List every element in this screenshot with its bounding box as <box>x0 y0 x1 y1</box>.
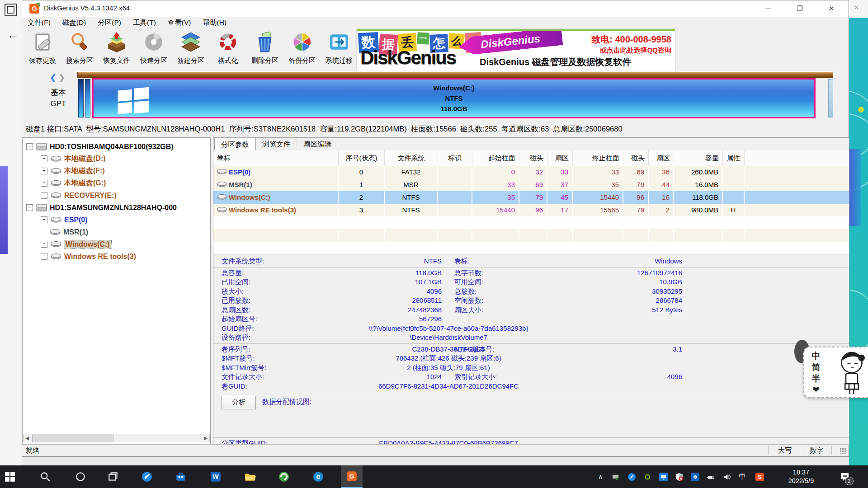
column-header[interactable]: 序号(状态) <box>339 150 385 166</box>
delete-partition-icon <box>246 30 283 54</box>
ad-banner[interactable]: 数据丢一怎么！ DiskGenius DiskGenius 致电: 400-00… <box>357 29 675 71</box>
scroll-right-icon[interactable]: ▶ <box>202 434 210 442</box>
taskbar-app-task-view[interactable] <box>102 465 124 488</box>
collapse-icon[interactable]: − <box>26 204 33 211</box>
column-header[interactable]: 容量 <box>674 150 723 166</box>
collapse-icon[interactable]: − <box>26 143 33 150</box>
sidebar-item--f-[interactable]: +本地磁盘(F:) <box>23 165 210 177</box>
action-center-button[interactable]: 2 <box>835 465 855 488</box>
column-header[interactable]: 起始柱面 <box>472 150 519 166</box>
close-button[interactable]: ✕ <box>819 0 844 17</box>
taskbar-app-explorer[interactable] <box>239 465 261 488</box>
partition-row[interactable]: ESP(0)0FAT3203233336936260.0MB <box>213 166 849 178</box>
tab-浏览文件[interactable]: 浏览文件 <box>256 138 297 150</box>
partition-row[interactable]: Windows(C:)2NTFS357945154409616118.0GB <box>213 191 849 204</box>
sidebar-item-hd1-samsungmznln128hahq-000[interactable]: −HD1:SAMSUNGMZNLN128HAHQ-000 <box>23 202 210 214</box>
tray-sogou-icon[interactable]: S <box>752 465 767 488</box>
column-header[interactable]: 文件系统 <box>385 150 438 166</box>
column-header[interactable]: 卷标 <box>213 150 339 166</box>
tab-扇区编辑[interactable]: 扇区编辑 <box>297 138 338 150</box>
maximize-button[interactable]: ❐ <box>787 0 812 17</box>
sidebar-item--d-[interactable]: +本地磁盘(D:) <box>23 153 210 165</box>
windows-partition-bar[interactable]: Windows(C:) NTFS 118.0GB <box>92 78 816 118</box>
sidebar-item-windows-re-tools-3-[interactable]: +Windows RE tools(3) <box>23 250 210 263</box>
expand-icon[interactable]: + <box>41 241 47 248</box>
taskbar-app-thunder[interactable] <box>136 465 158 488</box>
taskbar-clock[interactable]: 18:37 2022/5/9 <box>777 465 826 488</box>
tray-power-plug-icon[interactable] <box>703 465 718 488</box>
tray-security-shield-icon[interactable] <box>672 465 686 488</box>
toolbar-button-new-partition[interactable]: 新建分区 <box>172 30 209 65</box>
detail-value: 1024 <box>317 372 442 382</box>
toolbar-button-backup-partition[interactable]: 备份分区 <box>283 30 321 65</box>
column-header[interactable]: 属性 <box>723 150 745 166</box>
expand-icon[interactable]: + <box>41 155 47 162</box>
column-header[interactable]: 扇区 <box>649 150 674 166</box>
menu-item[interactable]: 查看(V) <box>168 17 191 28</box>
ad-qq-link[interactable]: 或点击此处选择QQ咨询 <box>600 46 671 55</box>
tab-分区参数[interactable]: 分区参数 <box>214 138 256 150</box>
tray-ime-zh-icon[interactable]: 中 <box>735 465 750 488</box>
menu-item[interactable]: 帮助(H) <box>203 17 226 28</box>
taskbar-app-diskgenius[interactable]: G <box>341 465 363 488</box>
toolbar-button-search-partition[interactable]: 搜索分区 <box>61 30 98 65</box>
taskbar-app-start[interactable] <box>0 465 21 488</box>
taskbar-app-store[interactable] <box>170 465 192 488</box>
msr-partition-bar[interactable] <box>85 79 90 117</box>
expand-icon[interactable]: + <box>41 180 47 187</box>
sidebar-item-hd0-toshibamq04abf100-932gb-[interactable]: −HD0:TOSHIBAMQ04ABF100(932GB) <box>23 141 210 153</box>
partition-row[interactable]: Windows RE tools(3)3NTFS1544096171556579… <box>213 204 849 216</box>
taskbar-app-edge[interactable]: e <box>307 465 329 488</box>
expand-icon[interactable]: + <box>41 253 47 260</box>
resize-grip[interactable] <box>840 448 846 454</box>
minimize-button[interactable]: ─ <box>755 0 781 17</box>
tree-horizontal-scrollbar[interactable]: ◀ ▶ <box>23 434 210 442</box>
expand-icon[interactable]: + <box>41 216 47 223</box>
back-arrow-icon[interactable]: ← <box>7 28 19 42</box>
ad-block-char: 一 <box>417 32 429 44</box>
taskbar-app-word[interactable]: W <box>205 465 226 488</box>
taskbar-app-search[interactable] <box>34 465 56 488</box>
toolbar-button-quick-partition[interactable]: 快速分区 <box>135 30 172 65</box>
sidebar-item-msr-1-[interactable]: MSR(1) <box>23 226 210 238</box>
toolbar-button-system-migrate[interactable]: 系统迁移 <box>321 30 358 65</box>
analyze-button[interactable]: 分析 <box>222 396 256 409</box>
tray-tray-expand-icon[interactable]: ∧ <box>593 465 608 488</box>
menu-item[interactable]: 文件(F) <box>28 17 51 28</box>
scroll-left-icon[interactable]: ◀ <box>23 434 31 442</box>
toolbar-button-recover-files[interactable]: 恢复文件 <box>98 30 135 65</box>
toolbar-button-format[interactable]: 格式化 <box>209 30 246 65</box>
next-disk-icon[interactable]: ❯ <box>58 73 67 82</box>
tray-snowflake-icon[interactable]: ❄ <box>688 465 702 488</box>
sidebar-item-windows-c-[interactable]: +Windows(C:) <box>23 238 210 250</box>
tray-volume-icon[interactable] <box>719 465 734 488</box>
tray-quill-icon[interactable] <box>624 465 639 488</box>
detail-label: 设备路径: <box>222 333 250 343</box>
column-header[interactable]: 扇区 <box>547 150 573 166</box>
toolbar-button-save-changes[interactable]: 保存更改 <box>24 30 61 65</box>
esp-partition-bar[interactable] <box>78 79 84 117</box>
menu-item[interactable]: 工具(T) <box>133 17 156 28</box>
expand-icon[interactable]: + <box>41 168 47 174</box>
column-header[interactable]: 磁头 <box>623 150 649 166</box>
menu-item[interactable]: 分区(P) <box>98 17 121 28</box>
tray-nvidia-icon[interactable] <box>640 465 655 488</box>
column-header[interactable]: 终止柱面 <box>573 150 623 166</box>
sidebar-item--g-[interactable]: +本地磁盘(G:) <box>23 177 210 189</box>
sidebar-item-recovery-e-[interactable]: +RECOVERY(E:) <box>23 189 210 202</box>
menu-item[interactable]: 磁盘(D) <box>62 17 86 28</box>
cell <box>674 229 723 242</box>
tray-intel-graphics-icon[interactable] <box>656 465 670 488</box>
tray-driver-ok-icon[interactable] <box>609 465 623 488</box>
sticker-widget[interactable]: 中简半❤ <box>803 347 868 398</box>
taskbar-app-browser-360[interactable] <box>273 465 295 488</box>
scrollbar-thumb[interactable] <box>32 434 113 442</box>
partition-row[interactable]: MSR(1)1MSR33693735794416.0MB <box>213 178 849 191</box>
expand-icon[interactable]: + <box>41 192 47 199</box>
toolbar-button-delete-partition[interactable]: 删除分区 <box>246 30 283 65</box>
taskbar-app-cortana[interactable] <box>70 465 91 488</box>
sidebar-item-esp-0-[interactable]: +ESP(0) <box>23 214 210 226</box>
prev-disk-icon[interactable]: ❮ <box>50 73 58 82</box>
column-header[interactable]: 磁头 <box>519 150 547 166</box>
column-header[interactable]: 标识 <box>438 150 472 166</box>
